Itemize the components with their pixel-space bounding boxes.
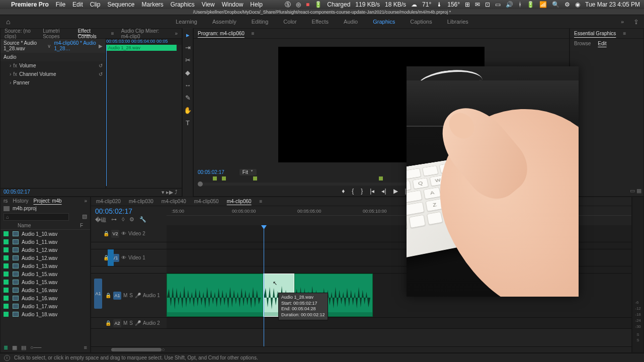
workspace-effects[interactable]: Effects [312, 19, 329, 25]
workspace-learning[interactable]: Learning [176, 19, 197, 25]
tab-lumetri[interactable]: Lumetri Scopes [43, 28, 70, 39]
menu-graphics[interactable]: Graphics [171, 1, 195, 8]
eg-tab-browse[interactable]: Browse [574, 41, 591, 46]
menu-clip[interactable]: Clip [90, 1, 101, 8]
track-target-v2[interactable]: V2 [111, 230, 119, 238]
source-patch-a1[interactable]: A1 [94, 279, 102, 309]
scrollbar-thumb[interactable] [111, 348, 162, 351]
effect-controls-timeline[interactable]: 00:05:03:00 00:05:04:00 00:05 Audio 1_28… [106, 39, 182, 188]
list-item[interactable]: Audio 1_15.wav [1, 278, 90, 286]
sequence-tab[interactable]: m4-clip040 [162, 199, 186, 204]
info-icon[interactable]: i [4, 355, 10, 361]
tab-effect-controls[interactable]: Effect Controls [78, 28, 104, 39]
track-source-patch[interactable] [108, 249, 114, 266]
col-f[interactable]: F [80, 223, 87, 228]
ec-playhead[interactable] [106, 45, 107, 186]
menu-help[interactable]: Help [250, 1, 263, 8]
list-item[interactable]: Audio 1_15.wav [1, 270, 90, 278]
panel-overflow-icon[interactable] [175, 31, 178, 36]
selection-tool-icon[interactable]: ▸ [186, 31, 190, 39]
record-icon[interactable]: ■ [306, 1, 309, 8]
tab-history[interactable]: History [13, 198, 28, 204]
cpu-temp-icon[interactable]: 🌡 [436, 1, 442, 8]
fx-channel-volume[interactable]: ›fxChannel Volume↺ [1, 70, 106, 78]
icon-view-icon[interactable]: ▦ [12, 344, 17, 351]
bin-icon[interactable] [4, 206, 10, 211]
list-item[interactable]: Audio 1_16.wav [1, 286, 90, 294]
fx-panner[interactable]: ›Panner [1, 78, 106, 87]
linked-sel-icon[interactable]: ⊶ [111, 216, 117, 224]
tab-project[interactable]: Project: m4b [33, 198, 61, 204]
freeform-view-icon[interactable]: ▤ [21, 344, 26, 351]
lock-icon[interactable] [105, 293, 111, 298]
search-icon[interactable]: 🔍 [552, 1, 559, 8]
eg-title[interactable]: Essential Graphics [574, 31, 616, 36]
list-view-icon[interactable]: ≣ [4, 344, 8, 351]
eg-tab-edit[interactable]: Edit [598, 41, 606, 46]
status-icon[interactable]: Ⓢ [285, 1, 291, 9]
ripple-tool-icon[interactable]: ✂ [185, 56, 191, 64]
track-target-a1[interactable]: A1 [113, 292, 121, 300]
list-item[interactable]: Audio 1_10.wav [1, 230, 90, 238]
track-select-tool-icon[interactable]: ⇥ [185, 44, 191, 51]
razor-tool-icon[interactable]: ◆ [185, 69, 190, 76]
lock-icon[interactable] [105, 320, 111, 326]
list-item[interactable]: Audio 1_12.wav [1, 254, 90, 262]
app-name[interactable]: Premiere Pro [11, 1, 49, 8]
slip-tool-icon[interactable]: ↔ [185, 81, 191, 89]
clock[interactable]: Tue Mar 23 4:05 PM [585, 1, 640, 8]
go-to-in-icon[interactable]: |◂ [370, 188, 374, 195]
timeline-zoom-scrollbar[interactable]: ○ ○ [91, 346, 631, 352]
menu-file[interactable]: File [56, 1, 65, 8]
ec-group-audio[interactable]: Audio [1, 53, 106, 61]
volume-icon[interactable]: 🔊 [506, 1, 513, 8]
project-search-input[interactable] [4, 213, 69, 221]
settings-icon[interactable]: ⚙ [129, 216, 134, 224]
wrench-icon[interactable]: 🔧 [139, 216, 146, 224]
program-timecode[interactable]: 00:05:02:17 [198, 169, 224, 175]
status-icon[interactable]: ◎ [296, 1, 301, 8]
timeline-timecode[interactable]: 00:05:02:17 [91, 206, 167, 216]
panel-menu-icon[interactable]: ≡ [84, 344, 87, 351]
lock-icon[interactable] [103, 231, 109, 236]
eye-icon[interactable] [121, 231, 126, 236]
status-icon[interactable]: ⊡ [485, 1, 490, 8]
filter-icon[interactable]: ▾ ▸▶ ⤴ [162, 189, 178, 196]
eg-footer-icons[interactable]: ▭ ▦ [570, 186, 643, 196]
workspace-captions[interactable]: Captions [410, 19, 432, 25]
program-title[interactable]: Program: m4-clip060 [198, 31, 245, 36]
menu-markers[interactable]: Markers [141, 1, 163, 8]
workspace-graphics[interactable]: Graphics [373, 19, 395, 25]
menu-edit[interactable]: Edit [72, 1, 83, 8]
share-icon[interactable]: ⇪ [633, 18, 639, 26]
list-item[interactable]: Audio 1_17.wav [1, 302, 90, 310]
workspace-color[interactable]: Color [283, 19, 296, 25]
siri-icon[interactable]: ◉ [575, 1, 580, 8]
timeline-playhead[interactable] [264, 225, 264, 346]
col-name[interactable]: Name [18, 223, 80, 228]
sequence-tab[interactable]: m4-clip020 [96, 199, 121, 204]
track-target-a2[interactable]: A2 [113, 319, 121, 327]
menu-view[interactable]: View [202, 1, 215, 8]
eye-icon[interactable] [121, 255, 126, 260]
type-tool-icon[interactable]: T [186, 119, 190, 127]
zoom-fit-dropdown[interactable]: Fit ˅ [239, 169, 257, 175]
step-back-icon[interactable]: ◂| [381, 188, 386, 195]
tab-source[interactable]: Source: (no clips) [5, 28, 36, 39]
mic-icon[interactable] [135, 320, 141, 326]
wifi-icon[interactable]: 📶 [539, 1, 547, 8]
sequence-tab[interactable]: m4-clip050 [194, 199, 219, 204]
control-center-icon[interactable]: ⚙ [565, 1, 570, 8]
play-icon[interactable]: ▶ [393, 188, 398, 195]
add-marker-icon[interactable]: ♦ [342, 188, 345, 195]
zoom-slider[interactable]: ○── [30, 344, 41, 351]
sequence-tab[interactable]: m4-clip060 [227, 199, 252, 204]
menu-window[interactable]: Window [222, 1, 244, 8]
workspace-overflow-icon[interactable] [621, 19, 624, 25]
workspace-editing[interactable]: Editing [252, 19, 269, 25]
bluetooth-icon[interactable]: ᚼ [518, 1, 522, 8]
mark-in-icon[interactable]: { [352, 188, 354, 195]
tab-partial[interactable]: rs [4, 198, 8, 204]
hand-tool-icon[interactable]: ✋ [184, 107, 192, 114]
workspace-audio[interactable]: Audio [344, 19, 358, 25]
